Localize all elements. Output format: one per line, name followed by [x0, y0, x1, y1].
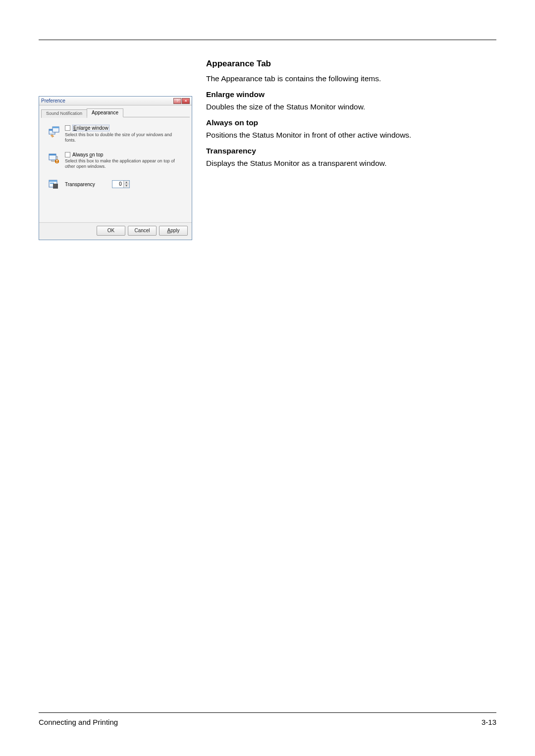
enlarge-description: Select this box to double the size of yo… [65, 132, 184, 144]
transparency-option: Transparency 0 ▲ ▼ [41, 175, 190, 220]
ontop-description: Select this box to make the application … [65, 158, 184, 170]
item-title-2: Transparency [206, 147, 496, 155]
dialog-titlebar: Preference ? × [39, 97, 192, 105]
apply-button[interactable]: Apply [159, 226, 188, 236]
item-title-1: Always on top [206, 118, 496, 127]
tab-row: Sound Notification Appearance [41, 108, 190, 117]
enlarge-checkbox[interactable] [65, 125, 70, 131]
enlarge-label: Enlarge window [72, 125, 109, 131]
ok-button[interactable]: OK [97, 226, 125, 236]
tab-appearance[interactable]: Appearance [87, 108, 123, 117]
transparency-value: 0 [112, 181, 123, 188]
ontop-checkbox[interactable] [65, 152, 70, 157]
svg-rect-8 [56, 160, 57, 161]
item-title-0: Enlarge window [206, 90, 496, 99]
svg-rect-12 [53, 184, 58, 189]
item-desc-2: Displays the Status Monitor as a transpa… [206, 158, 496, 169]
spinner-down[interactable]: ▼ [124, 184, 129, 188]
close-button[interactable]: × [182, 98, 190, 104]
item-desc-0: Doubles the size of the Status Monitor w… [206, 102, 496, 112]
cancel-button[interactable]: Cancel [128, 226, 157, 236]
svg-rect-13 [50, 183, 54, 184]
footer-right: 3-13 [482, 718, 496, 726]
preference-dialog: Preference ? × Sound Notification Appear… [39, 96, 192, 240]
footer-horizontal-rule [39, 712, 496, 713]
transparency-spinner[interactable]: 0 ▲ ▼ [112, 180, 130, 188]
dialog-title: Preference [41, 98, 65, 103]
transparency-icon [47, 178, 60, 191]
top-horizontal-rule [39, 40, 496, 40]
svg-point-9 [56, 162, 57, 163]
enlarge-window-icon [47, 125, 60, 138]
ontop-label: Always on top [72, 152, 103, 157]
svg-rect-11 [49, 180, 57, 182]
always-on-top-icon [47, 152, 60, 165]
help-button[interactable]: ? [173, 98, 181, 104]
section-heading: Appearance Tab [206, 59, 496, 69]
footer-left: Connecting and Printing [39, 718, 118, 726]
spinner-up[interactable]: ▲ [124, 181, 129, 184]
svg-rect-6 [49, 154, 56, 155]
intro-text: The Appearance tab is contains the follo… [206, 74, 496, 84]
tab-sound-notification[interactable]: Sound Notification [41, 109, 87, 118]
always-on-top-option: Always on top Select this box to make th… [41, 150, 190, 176]
item-desc-1: Positions the Status Monitor in front of… [206, 130, 496, 141]
dialog-button-row: OK Cancel Apply [39, 222, 192, 240]
enlarge-window-option: Enlarge window Select this box to double… [41, 122, 190, 150]
transparency-label: Transparency [65, 182, 95, 187]
svg-rect-3 [53, 127, 59, 128]
